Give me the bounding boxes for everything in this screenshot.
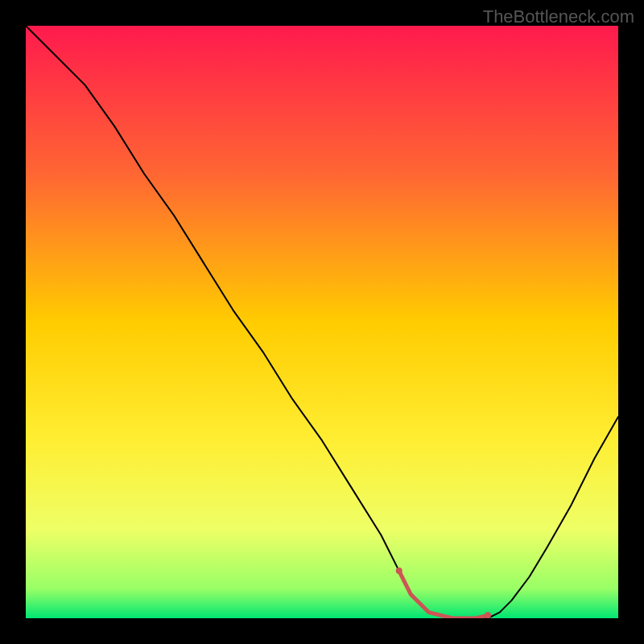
- optimal-endpoint: [485, 612, 491, 618]
- optimal-endpoint: [396, 568, 402, 574]
- gradient-background: [26, 26, 618, 618]
- bottleneck-chart: [26, 26, 618, 618]
- watermark-text: TheBottleneck.com: [483, 6, 634, 27]
- chart-container: [26, 26, 618, 618]
